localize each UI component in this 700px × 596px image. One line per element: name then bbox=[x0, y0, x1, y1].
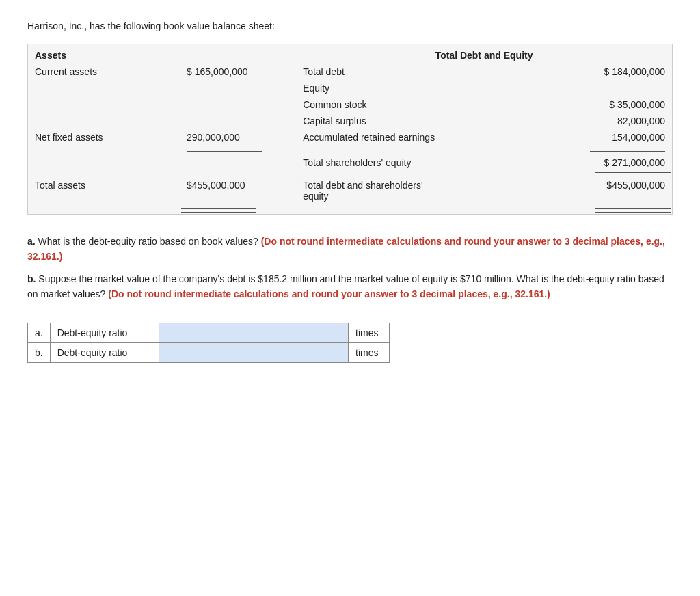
questions-section: a. What is the debt-equity ratio based o… bbox=[27, 234, 673, 302]
question-a-text: What is the debt-equity ratio based on b… bbox=[38, 236, 261, 247]
table-row bbox=[28, 146, 673, 154]
answer-a-input[interactable] bbox=[159, 323, 348, 342]
table-row: Net fixed assets 290,000,000 Accumulated… bbox=[28, 129, 673, 146]
question-b: b. Suppose the market value of the compa… bbox=[27, 271, 673, 302]
question-a-prefix: a. bbox=[27, 236, 38, 247]
answer-a-prefix: a. bbox=[35, 327, 43, 338]
current-assets-label: Current assets bbox=[28, 64, 180, 80]
answer-row-a: a. Debt-equity ratio times bbox=[28, 323, 390, 342]
table-row: Common stock $ 35,000,000 bbox=[28, 96, 673, 113]
answer-b-prefix-cell: b. bbox=[28, 342, 51, 362]
de-header: Total Debt and Equity bbox=[296, 44, 672, 64]
balance-sheet-table: Assets Total Debt and Equity Current ass… bbox=[27, 44, 673, 215]
capital-surplus-label: Capital surplus bbox=[296, 113, 556, 129]
table-row: Current assets $ 165,000,000 Total debt … bbox=[28, 64, 673, 80]
answer-a-prefix-cell: a. bbox=[28, 323, 51, 342]
answer-b-input[interactable] bbox=[159, 343, 348, 362]
question-b-prefix: b. bbox=[27, 273, 38, 284]
answer-a-label: Debt-equity ratio bbox=[50, 323, 159, 342]
total-de-value: $455,000,000 bbox=[556, 174, 673, 207]
common-stock-value: $ 35,000,000 bbox=[556, 96, 673, 113]
total-row: Total assets $455,000,000 Total debt and… bbox=[28, 174, 673, 207]
net-fixed-assets-value: 290,000,000 bbox=[180, 129, 296, 146]
answer-a-unit: times bbox=[349, 323, 390, 342]
question-a: a. What is the debt-equity ratio based o… bbox=[27, 234, 673, 265]
answer-a-input-cell bbox=[159, 323, 348, 342]
question-b-bold: (Do not round intermediate calculations … bbox=[108, 288, 550, 299]
assets-value-header bbox=[180, 44, 296, 64]
accumulated-retained-label: Accumulated retained earnings bbox=[296, 129, 556, 146]
total-shareholders-equity-label: Total shareholders' equity bbox=[296, 154, 556, 171]
answer-table: a. Debt-equity ratio times b. Debt-equit… bbox=[27, 323, 390, 363]
total-assets-value: $455,000,000 bbox=[180, 174, 296, 207]
total-debt-value: $ 184,000,000 bbox=[556, 64, 673, 80]
total-debt-label: Total debt bbox=[296, 64, 556, 80]
answer-b-label: Debt-equity ratio bbox=[50, 342, 159, 362]
common-stock-label: Common stock bbox=[296, 96, 556, 113]
table-row bbox=[28, 207, 673, 215]
assets-header: Assets bbox=[28, 44, 180, 64]
net-fixed-assets-label: Net fixed assets bbox=[28, 129, 180, 146]
capital-surplus-value: 82,000,000 bbox=[556, 113, 673, 129]
total-de-label: Total debt and shareholders'equity bbox=[296, 174, 556, 207]
total-shareholders-equity-value: $ 271,000,000 bbox=[556, 154, 673, 171]
total-assets-label: Total assets bbox=[28, 174, 180, 207]
accumulated-retained-value: 154,000,000 bbox=[556, 129, 673, 146]
answer-b-prefix: b. bbox=[35, 347, 43, 358]
table-row: Total shareholders' equity $ 271,000,000 bbox=[28, 154, 673, 171]
intro-text: Harrison, Inc., has the following book v… bbox=[27, 21, 673, 31]
table-row: Equity bbox=[28, 80, 673, 96]
current-assets-value: $ 165,000,000 bbox=[180, 64, 296, 80]
table-row: Capital surplus 82,000,000 bbox=[28, 113, 673, 129]
answer-b-input-cell bbox=[159, 342, 348, 362]
answer-row-b: b. Debt-equity ratio times bbox=[28, 342, 390, 362]
equity-label: Equity bbox=[296, 80, 556, 96]
answer-b-unit: times bbox=[349, 342, 390, 362]
